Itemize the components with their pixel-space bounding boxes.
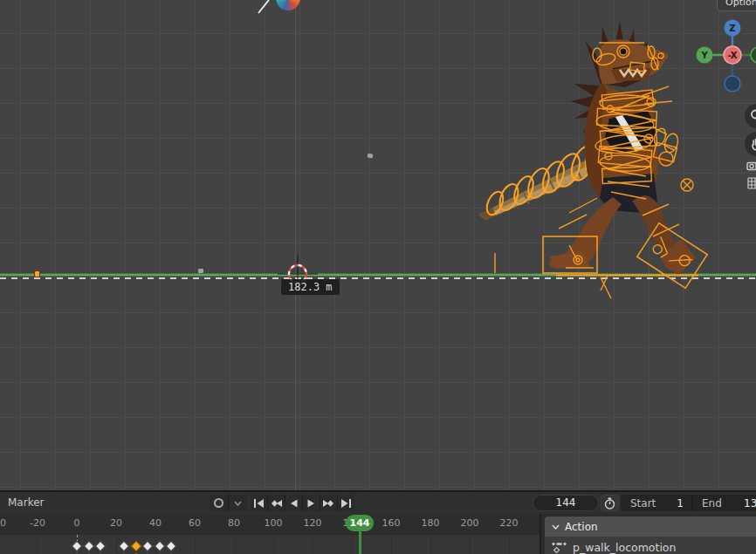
ruler-tick: 60 [189,517,201,529]
viewport-grid-major-line [295,0,296,490]
ruler-tick: 0 [74,517,80,529]
frame-gridline [391,535,392,554]
start-label: Start [630,497,656,510]
gizmo-z-axis-ball[interactable]: Z [725,20,741,37]
ruler-tick: 80 [228,517,240,529]
ruler-tick: 160 [382,517,401,529]
frame-range-fields: Start 1 End 138 [621,495,756,511]
ruler-tick: 40 [149,517,162,529]
character-model[interactable] [461,16,723,305]
marker-menu[interactable]: Marker [8,492,44,514]
ruler-tick: 200 [461,517,479,529]
distant-mesh-object[interactable] [368,154,374,159]
svg-text:-X: -X [727,51,737,60]
blender-window: Options [0,0,756,554]
action-icon [552,542,567,553]
keyframe-diamond[interactable] [72,540,83,551]
jump-to-start-icon [253,499,265,508]
frame-gridline [352,535,353,554]
play-reverse-button[interactable] [285,495,302,511]
frame-gridline [313,535,313,554]
ruler-tick: 100 [265,517,283,529]
ruler-tick: -40 [0,517,6,529]
action-panel-header[interactable]: Action [545,516,756,537]
end-frame-field[interactable]: End 138 [692,495,756,511]
action-name: p_walk_locomotion [573,541,676,554]
gizmo-neg-x-axis-ball[interactable]: -X [724,46,741,64]
frame-gridline [38,535,38,554]
record-circle-icon [214,498,223,508]
playback-controls [251,495,354,511]
playback-sync-button[interactable] [601,495,619,511]
timeline-ruler[interactable]: -40-20020406080100120140160180200220 [0,514,540,534]
view-axis-gizmo[interactable]: Z Y -X [694,17,756,98]
frame-gridline [470,535,471,554]
object-origin-dot[interactable] [34,270,40,277]
chevron-down-icon [552,524,560,530]
frame-gridline [509,535,510,554]
stopwatch-icon [604,497,615,510]
svg-text:Z: Z [729,24,735,33]
auto-keying-record-button[interactable] [210,495,228,511]
end-value: 138 [744,497,756,510]
jump-to-start-button[interactable] [251,495,267,511]
keying-set-dropdown[interactable] [229,495,247,511]
keyframe-diamond[interactable] [142,540,154,551]
annotate-stroke-fragment [256,0,271,14]
auto-keying-group [210,495,247,511]
play-forward-button[interactable] [303,495,320,511]
timeline-body: -40-20020406080100120140160180200220 144… [0,514,756,554]
start-value: 1 [677,497,684,510]
keyframe-diamond[interactable] [95,540,107,551]
chevron-down-icon [234,501,242,506]
svg-text:Y: Y [700,51,708,60]
gizmo-neg-y-axis-ball[interactable] [751,47,756,63]
ruler-tick: 20 [110,517,122,529]
keyframe-track[interactable] [0,534,540,554]
frame-gridline [234,535,235,554]
keyframe-diamond[interactable] [166,540,177,551]
frame-gridline [273,535,274,554]
start-frame-field[interactable]: Start 1 [621,495,692,511]
keyframe-diamond[interactable] [130,540,141,551]
ruler-tick: -20 [30,517,45,529]
hand-icon [750,137,756,151]
next-keyframe-button[interactable] [320,495,337,511]
3d-viewport[interactable]: Options [0,0,756,490]
timeline-tracks[interactable]: -40-20020406080100120140160180200220 144 [0,514,540,554]
gizmo-neg-z-axis-ball[interactable] [725,76,740,92]
ruler-tick: 120 [304,517,322,529]
playhead-badge[interactable]: 144 [346,515,374,531]
distant-mesh-object[interactable] [198,269,204,274]
frame-gridline [116,535,117,554]
keyframe-diamond[interactable] [83,540,94,551]
timeline-editor: Marker 144 Start 1 [0,490,756,554]
keyframe-diamond[interactable] [119,540,130,551]
timeline-header: Marker 144 Start 1 [0,492,756,514]
jump-to-end-button[interactable] [338,495,354,511]
measure-value-label: 182.3 m [281,279,340,295]
play-forward-icon [306,499,317,508]
play-reverse-icon [288,499,299,508]
previous-keyframe-icon [271,499,282,508]
ruler-tick: 220 [500,517,519,529]
frame-gridline [430,535,431,554]
timeline-sidebar: Action p_walk_locomotion [540,514,756,554]
options-button[interactable]: Options [717,0,756,11]
magnifier-icon [750,109,756,123]
action-panel-body: p_walk_locomotion [545,537,756,554]
camera-view-icon[interactable] [746,160,756,172]
jump-to-end-icon [340,499,352,508]
previous-keyframe-button[interactable] [268,495,285,511]
playhead-line [359,531,361,554]
action-datablock-item[interactable]: p_walk_locomotion [552,541,676,554]
ortho-grid-icon[interactable] [747,177,756,189]
current-frame-field[interactable]: 144 [533,495,599,511]
ruler-tick: 180 [422,517,440,529]
next-keyframe-icon [323,499,334,508]
gizmo-y-axis-ball[interactable]: Y [697,47,713,64]
frame-gridline [195,535,196,554]
end-label: End [702,497,722,510]
action-panel-title: Action [565,521,598,533]
